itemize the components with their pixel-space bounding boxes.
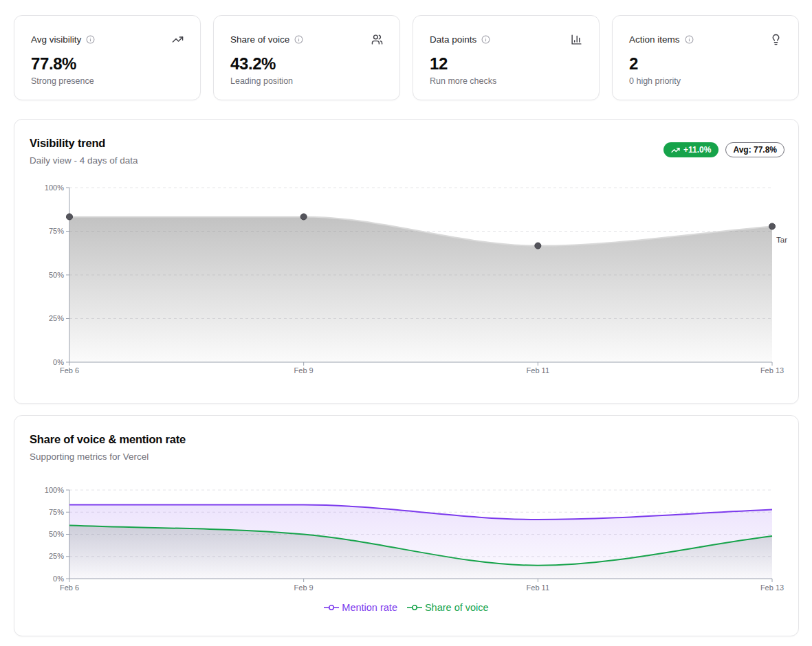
svg-text:0%: 0%: [53, 358, 64, 366]
chart-subtitle: Supporting metrics for Vercel: [30, 452, 186, 462]
avg-badge: Avg: 77.8%: [725, 142, 784, 157]
svg-text:25%: 25%: [49, 552, 64, 560]
svg-text:Feb 11: Feb 11: [527, 366, 549, 375]
svg-text:Feb 11: Feb 11: [527, 583, 549, 592]
stat-card-action-items: Action items 2 0 high priority: [612, 15, 799, 100]
visibility-trend-card: Visibility trend Daily view - 4 days of …: [14, 119, 799, 404]
change-badge: +11.0%: [663, 142, 718, 157]
users-icon: [371, 34, 383, 45]
trending-up-icon: [172, 34, 184, 45]
svg-text:100%: 100%: [45, 183, 64, 192]
info-icon[interactable]: [481, 35, 490, 44]
stat-subtext: 0 high priority: [629, 76, 782, 86]
stat-card-share-of-voice: Share of voice 43.2% Leading position: [213, 15, 400, 100]
legend-item-mention-rate: Mention rate: [324, 602, 397, 613]
info-icon[interactable]: [86, 35, 95, 44]
sov-mention-chart: 0%25%50%75%100%Feb 6Feb 9Feb 11Feb 13: [14, 482, 798, 603]
share-of-voice-card: Share of voice & mention rate Supporting…: [14, 415, 799, 636]
svg-text:Tar: Tar: [776, 236, 787, 244]
svg-text:Feb 13: Feb 13: [760, 366, 784, 375]
chart-legend: Mention rate Share of voice: [14, 602, 798, 613]
svg-text:0%: 0%: [53, 575, 64, 583]
svg-text:75%: 75%: [49, 508, 64, 516]
visibility-trend-chart: 0%25%50%75%100%Feb 6Feb 9Feb 11Feb 13Tar: [14, 180, 798, 386]
stat-subtext: Run more checks: [430, 76, 582, 86]
bar-chart-icon: [571, 34, 582, 45]
trending-up-icon: [671, 146, 680, 155]
stats-row: Avg visibility 77.8% Strong presence Sha…: [14, 15, 799, 100]
svg-text:Feb 6: Feb 6: [60, 583, 79, 592]
chart-title: Share of voice & mention rate: [30, 433, 186, 446]
line-marker-icon: [324, 604, 339, 611]
legend-item-share-of-voice: Share of voice: [407, 602, 489, 613]
lightbulb-icon: [770, 34, 782, 45]
stat-subtext: Leading position: [230, 76, 383, 86]
info-icon[interactable]: [294, 35, 303, 44]
stat-card-avg-visibility: Avg visibility 77.8% Strong presence: [14, 15, 201, 100]
svg-text:Feb 9: Feb 9: [294, 583, 314, 592]
stat-label: Avg visibility: [31, 34, 81, 45]
stat-label: Action items: [629, 34, 680, 45]
chart-subtitle: Daily view - 4 days of data: [30, 155, 138, 166]
svg-text:100%: 100%: [45, 486, 64, 494]
chart-title: Visibility trend: [30, 137, 138, 150]
svg-text:25%: 25%: [49, 314, 64, 322]
svg-text:50%: 50%: [49, 530, 64, 538]
stat-subtext: Strong presence: [31, 76, 184, 86]
svg-text:Feb 9: Feb 9: [294, 366, 314, 375]
line-marker-icon: [407, 604, 422, 611]
stat-value: 77.8%: [31, 54, 184, 74]
stat-value: 2: [629, 54, 782, 74]
stat-value: 12: [430, 54, 582, 74]
svg-text:50%: 50%: [49, 271, 64, 279]
info-icon[interactable]: [685, 35, 694, 44]
svg-text:Feb 13: Feb 13: [760, 583, 784, 592]
stat-label: Share of voice: [230, 34, 289, 45]
stat-card-data-points: Data points 12 Run more checks: [413, 15, 600, 100]
svg-text:Feb 6: Feb 6: [60, 366, 79, 375]
stat-label: Data points: [430, 34, 476, 45]
svg-text:75%: 75%: [49, 227, 64, 235]
stat-value: 43.2%: [230, 54, 383, 74]
